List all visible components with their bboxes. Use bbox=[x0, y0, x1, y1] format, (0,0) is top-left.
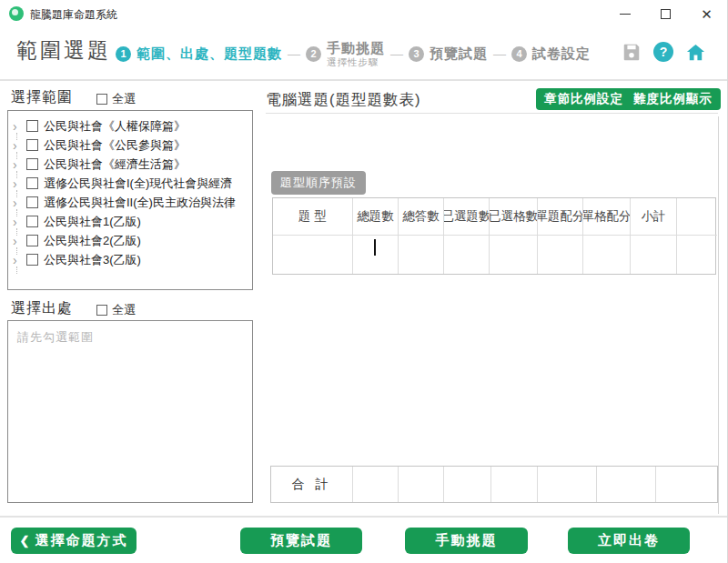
text-caret bbox=[374, 239, 376, 256]
question-table-cell[interactable] bbox=[677, 236, 717, 274]
source-section-title: 選擇出處 bbox=[11, 299, 73, 318]
question-table-cell[interactable] bbox=[273, 236, 353, 274]
maximize-icon bbox=[661, 9, 671, 19]
question-type-table: 題 型總題數總答數已選題數已選格數單題配分單格配分小計 bbox=[272, 197, 716, 275]
range-item-checkbox[interactable] bbox=[26, 254, 38, 266]
question-table-cell[interactable] bbox=[399, 236, 444, 274]
right-panel-border bbox=[718, 116, 719, 514]
source-select-all[interactable]: 全選 bbox=[96, 302, 136, 318]
window-title: 龍騰題庫命題系統 bbox=[30, 7, 117, 23]
step-1: 1 範圍、出處、題型題數 bbox=[116, 45, 282, 63]
expand-chevron-icon[interactable]: › bbox=[13, 177, 25, 190]
range-tree-item[interactable]: ›公民與社會1(乙版) bbox=[8, 212, 252, 231]
range-item-checkbox[interactable] bbox=[26, 177, 38, 189]
range-item-checkbox[interactable] bbox=[26, 139, 38, 151]
step-3: 3 預覽試題 bbox=[409, 45, 488, 63]
total-label-cell: 合 計 bbox=[271, 467, 353, 502]
range-tree-item[interactable]: ›公民與社會《公民參與篇》 bbox=[8, 136, 252, 155]
step-indicator: 1 範圍、出處、題型題數 — 2 手動挑題 選擇性步驟 — 3 預覽試題 — 4… bbox=[116, 38, 591, 69]
step-4-label: 試卷設定 bbox=[532, 45, 591, 63]
expand-chevron-icon[interactable]: › bbox=[13, 254, 25, 266]
manual-pick-button[interactable]: 手動挑題 bbox=[405, 528, 528, 554]
preview-questions-button[interactable]: 預覽試題 bbox=[240, 528, 362, 554]
home-icon bbox=[685, 42, 706, 63]
app-window: 龍騰題庫命題系統 ✕ 範圍選題 1 範圍、出處、題型題數 — 2 手動挑題 選擇… bbox=[0, 0, 728, 563]
step-dash-icon: — bbox=[288, 46, 300, 61]
range-item-label: 選修公民與社會II(全)民主政治與法律 bbox=[44, 195, 236, 211]
range-tree-item[interactable]: ›選修公民與社會II(全)民主政治與法律 bbox=[8, 193, 252, 212]
question-table-cell[interactable] bbox=[353, 236, 399, 274]
expand-chevron-icon[interactable]: › bbox=[13, 139, 25, 152]
question-table-cell[interactable] bbox=[444, 236, 490, 274]
question-table-header-cell: 總題數 bbox=[353, 198, 399, 236]
range-select-all-checkbox[interactable] bbox=[96, 94, 107, 105]
step-4: 4 試卷設定 bbox=[511, 45, 591, 63]
range-section-title: 選擇範圍 bbox=[11, 88, 73, 107]
range-item-checkbox[interactable] bbox=[26, 235, 38, 246]
total-value-cell bbox=[399, 467, 444, 502]
right-panel-divider bbox=[266, 113, 718, 114]
question-table-header-cell bbox=[677, 198, 717, 236]
back-chevron-icon: ❮ bbox=[20, 534, 30, 548]
close-icon: ✕ bbox=[701, 7, 713, 21]
range-select-all[interactable]: 全選 bbox=[96, 91, 136, 107]
source-select-all-checkbox[interactable] bbox=[96, 305, 107, 316]
range-tree-item[interactable]: ›公民與社會3(乙版) bbox=[8, 250, 252, 269]
range-tree-item[interactable]: ›公民與社會《經濟生活篇》 bbox=[8, 155, 252, 174]
expand-chevron-icon[interactable]: › bbox=[13, 196, 25, 209]
range-item-checkbox[interactable] bbox=[26, 158, 38, 170]
step-2: 2 手動挑題 選擇性步驟 bbox=[306, 40, 385, 66]
computer-selection-title: 電腦選題(題型題數表) bbox=[266, 90, 421, 110]
range-item-checkbox[interactable] bbox=[26, 196, 38, 208]
total-row: 合 計 bbox=[270, 466, 718, 503]
range-item-label: 公民與社會《人權保障篇》 bbox=[44, 118, 186, 135]
question-table-header-cell: 總答數 bbox=[399, 198, 444, 236]
maximize-button[interactable] bbox=[645, 0, 686, 27]
range-item-label: 公民與社會1(乙版) bbox=[44, 214, 141, 230]
question-table-cell[interactable] bbox=[631, 236, 677, 274]
expand-chevron-icon[interactable]: › bbox=[13, 120, 25, 133]
question-table-cell[interactable] bbox=[538, 236, 583, 274]
help-icon: ? bbox=[653, 42, 673, 62]
help-button[interactable]: ? bbox=[652, 41, 674, 63]
range-item-label: 公民與社會3(乙版) bbox=[44, 252, 141, 268]
header-divider bbox=[0, 79, 727, 81]
chapter-ratio-button[interactable]: 章節比例設定 bbox=[536, 88, 632, 110]
close-button[interactable]: ✕ bbox=[686, 0, 727, 27]
expand-chevron-icon[interactable]: › bbox=[13, 158, 25, 171]
total-value-cell bbox=[538, 467, 597, 502]
range-tree-item[interactable]: ›公民與社會2(乙版) bbox=[8, 231, 252, 250]
question-table-cell[interactable] bbox=[490, 236, 538, 274]
footer-divider bbox=[0, 516, 727, 518]
step-3-label: 預覽試題 bbox=[430, 45, 488, 63]
save-button[interactable] bbox=[621, 41, 642, 63]
step-2-label: 手動挑題 bbox=[327, 40, 385, 55]
minimize-button[interactable] bbox=[604, 0, 645, 27]
total-value-cell bbox=[444, 467, 491, 502]
question-table-header-cell: 小計 bbox=[631, 198, 677, 236]
question-table-header-cell: 已選格數 bbox=[490, 198, 538, 236]
range-item-checkbox[interactable] bbox=[26, 216, 38, 227]
step-dash-icon: — bbox=[493, 46, 506, 61]
step-3-circle: 3 bbox=[409, 46, 424, 62]
range-item-checkbox[interactable] bbox=[26, 120, 38, 132]
question-table-data-row bbox=[273, 236, 715, 274]
total-value-cell bbox=[597, 467, 656, 502]
home-button[interactable] bbox=[684, 41, 706, 63]
question-order-preset-button[interactable]: 題型順序預設 bbox=[271, 171, 366, 195]
range-item-label: 公民與社會《經濟生活篇》 bbox=[44, 156, 186, 173]
back-to-method-button[interactable]: ❮ 選擇命題方式 bbox=[11, 528, 136, 554]
difficulty-ratio-button[interactable]: 難度比例顯示 bbox=[625, 88, 721, 110]
expand-chevron-icon[interactable]: › bbox=[13, 235, 25, 247]
range-list: ›公民與社會《人權保障篇》›公民與社會《公民參與篇》›公民與社會《經濟生活篇》›… bbox=[7, 110, 253, 290]
question-table-header-cell: 已選題數 bbox=[444, 198, 490, 236]
expand-chevron-icon[interactable]: › bbox=[13, 216, 25, 228]
step-2-sublabel: 選擇性步驟 bbox=[327, 56, 385, 67]
step-2-circle: 2 bbox=[306, 46, 321, 62]
app-icon bbox=[9, 6, 24, 21]
question-table-cell[interactable] bbox=[583, 236, 631, 274]
question-table-header-cell: 單格配分 bbox=[583, 198, 631, 236]
range-tree-item[interactable]: ›選修公民與社會I(全)現代社會與經濟 bbox=[8, 174, 252, 193]
generate-exam-button[interactable]: 立即出卷 bbox=[568, 528, 690, 554]
range-tree-item[interactable]: ›公民與社會《人權保障篇》 bbox=[8, 116, 252, 136]
